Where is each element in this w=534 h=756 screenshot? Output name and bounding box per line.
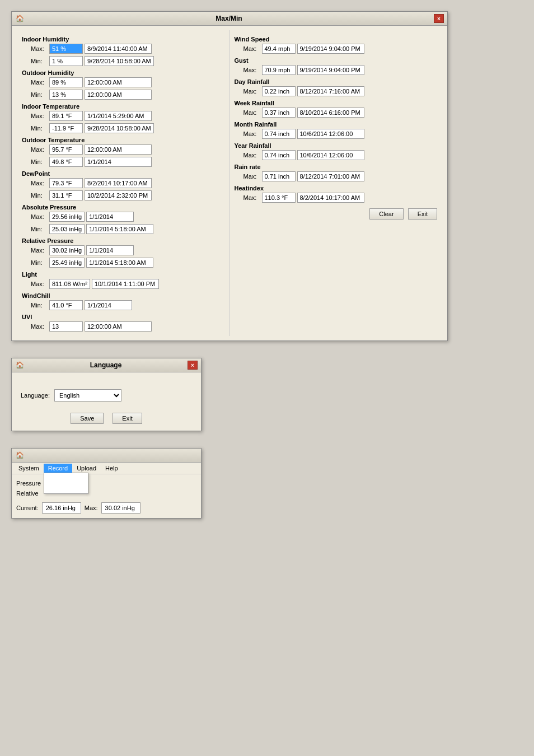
language-exit-btn[interactable]: Exit <box>113 413 142 424</box>
outdoor-humidity-max-date: 12:00:00 AM <box>85 77 152 87</box>
menubar: System Record History Graph Upload Help <box>12 463 201 474</box>
maxmin-icon: 🏠 <box>15 14 24 23</box>
indoor-humidity-min-val: 1 % <box>49 56 83 66</box>
abs-pressure-min-date: 1/1/2014 5:18:00 AM <box>86 224 153 234</box>
rel-pressure-max-val: 30.02 inHg <box>49 245 85 255</box>
record-history-item[interactable]: History <box>44 473 88 483</box>
maxmin-close-btn[interactable]: × <box>434 14 444 23</box>
maxmin-exit-btn[interactable]: Exit <box>408 208 437 220</box>
dewpoint-max-date: 8/2/2014 10:17:00 AM <box>85 178 152 188</box>
heatindex-max-row: Max: 110.3 °F 8/2/2014 10:17:00 AM <box>243 193 438 203</box>
day-rainfall-max-row: Max: 0.22 inch 8/12/2014 7:16:00 AM <box>243 86 438 96</box>
maxmin-title: Max/Min <box>24 15 434 22</box>
indoor-temp-max-date: 1/1/2014 5:29:00 AM <box>85 111 152 121</box>
month-rainfall-max-val: 0.74 inch <box>262 129 296 139</box>
current-max-row: Current: 26.16 inHg Max: 30.02 inHg <box>16 502 196 514</box>
menu-help[interactable]: Help <box>101 464 123 473</box>
abs-pressure-min-val: 25.03 inHg <box>49 224 85 234</box>
rel-pressure-min-val: 25.49 inHg <box>49 258 85 268</box>
abs-pressure-max-row: Max: 29.56 inHg 1/1/2014 <box>31 212 225 222</box>
month-rainfall-max-row: Max: 0.74 inch 10/6/2014 12:06:00 <box>243 129 438 139</box>
menu-system[interactable]: System <box>14 464 44 473</box>
indoor-humidity-max-date: 8/9/2014 11:40:00 AM <box>85 44 152 54</box>
light-max-date: 10/1/2014 1:11:00 PM <box>92 279 159 289</box>
light-max-val: 811.08 W/m² <box>49 279 90 289</box>
page-wrapper: 🏠 Max/Min × Indoor Humidity Max: 51 % 8/… <box>0 0 534 756</box>
dewpoint-min-val: 31.1 °F <box>49 190 83 200</box>
section-rain-rate: Rain rate <box>235 164 438 170</box>
rel-pressure-max-row: Max: 30.02 inHg 1/1/2014 <box>31 245 225 255</box>
maxmin-btn-row: Clear Exit <box>235 205 438 221</box>
section-rel-pressure: Relative Pressure <box>22 237 225 244</box>
uvi-max-date: 12:00:00 AM <box>85 321 152 332</box>
section-windchill: WindChill <box>22 292 225 299</box>
outdoor-temp-min-val: 49.8 °F <box>49 157 83 167</box>
heatindex-max-val: 110.3 °F <box>262 193 296 203</box>
year-rainfall-max-row: Max: 0.74 inch 10/6/2014 12:06:00 <box>243 150 438 160</box>
wind-speed-max-row: Max: 49.4 mph 9/19/2014 9:04:00 PM <box>243 44 438 54</box>
outdoor-humidity-min-val: 13 % <box>49 90 83 100</box>
maxmin-window: 🏠 Max/Min × Indoor Humidity Max: 51 % 8/… <box>11 11 448 341</box>
week-rainfall-max-row: Max: 0.37 inch 8/10/2014 6:16:00 PM <box>243 108 438 118</box>
rel-pressure-min-row: Min: 25.49 inHg 1/1/2014 5:18:00 AM <box>31 258 225 268</box>
week-rainfall-max-val: 0.37 inch <box>262 108 296 118</box>
outdoor-temp-min-date: 1/1/2014 <box>85 157 152 167</box>
record-dropdown: History Graph <box>44 473 88 494</box>
maxmin-body: Indoor Humidity Max: 51 % 8/9/2014 11:40… <box>12 26 447 340</box>
gust-max-row: Max: 70.9 mph 9/19/2014 9:04:00 PM <box>243 65 438 75</box>
outdoor-humidity-min-row: Min: 13 % 12:00:00 AM <box>31 90 225 100</box>
week-rainfall-max-date: 8/10/2014 6:16:00 PM <box>297 108 364 118</box>
language-body: Language: English French German Spanish … <box>12 372 201 431</box>
section-light: Light <box>22 271 225 278</box>
record-graph-item[interactable]: Graph <box>44 483 88 493</box>
section-abs-pressure: Absolute Pressure <box>22 204 225 211</box>
rain-rate-max-val: 0.71 inch <box>262 171 296 181</box>
day-rainfall-max-val: 0.22 inch <box>262 86 296 96</box>
maxmin-clear-btn[interactable]: Clear <box>369 208 403 220</box>
section-heatindex: Heatindex <box>235 185 438 192</box>
section-wind-speed: Wind Speed <box>235 36 438 43</box>
menu-upload[interactable]: Upload <box>72 464 101 473</box>
maxmin-left-col: Indoor Humidity Max: 51 % 8/9/2014 11:40… <box>17 30 229 336</box>
year-rainfall-max-date: 10/6/2014 12:06:00 <box>297 150 364 160</box>
indoor-humidity-min-date: 9/28/2014 10:58:00 AM <box>85 56 154 66</box>
rel-pressure-max-date: 1/1/2014 <box>86 245 134 255</box>
current-val: 26.16 inHg <box>42 502 81 514</box>
menu-record[interactable]: Record History Graph <box>44 464 72 473</box>
language-title: Language <box>24 361 188 369</box>
current-label: Current: <box>16 505 39 511</box>
year-rainfall-max-val: 0.74 inch <box>262 150 296 160</box>
rain-rate-max-row: Max: 0.71 inch 8/12/2014 7:01:00 AM <box>243 171 438 181</box>
abs-pressure-max-val: 29.56 inHg <box>49 212 85 222</box>
day-rainfall-max-date: 8/12/2014 7:16:00 AM <box>297 86 364 96</box>
section-uvi: UVI <box>22 314 225 320</box>
section-indoor-humidity: Indoor Humidity <box>22 36 225 43</box>
menu-icon: 🏠 <box>15 451 24 460</box>
gust-max-val: 70.9 mph <box>262 65 296 75</box>
outdoor-temp-min-row: Min: 49.8 °F 1/1/2014 <box>31 157 225 167</box>
outdoor-temp-max-row: Max: 95.7 °F 12:00:00 AM <box>31 144 225 155</box>
month-rainfall-max-date: 10/6/2014 12:06:00 <box>297 129 364 139</box>
indoor-temp-max-val: 89.1 °F <box>49 111 83 121</box>
max-val: 30.02 inHg <box>101 502 140 514</box>
language-select[interactable]: English French German Spanish <box>54 389 121 402</box>
dewpoint-min-date: 10/2/2014 2:32:00 PM <box>85 190 152 200</box>
light-max-row: Max: 811.08 W/m² 10/1/2014 1:11:00 PM <box>31 279 225 289</box>
section-gust: Gust <box>235 57 438 64</box>
indoor-temp-min-row: Min: -11.9 °F 9/28/2014 10:58:00 AM <box>31 123 225 133</box>
outdoor-temp-max-val: 95.7 °F <box>49 144 83 155</box>
section-month-rainfall: Month Rainfall <box>235 121 438 128</box>
language-close-btn[interactable]: × <box>188 361 198 370</box>
maxmin-right-col: Wind Speed Max: 49.4 mph 9/19/2014 9:04:… <box>229 30 442 336</box>
outdoor-humidity-min-date: 12:00:00 AM <box>85 90 152 100</box>
dewpoint-min-row: Min: 31.1 °F 10/2/2014 2:32:00 PM <box>31 190 225 200</box>
windchill-min-date: 1/1/2014 <box>85 300 132 310</box>
menu-window: 🏠 System Record History Graph Upload Hel… <box>11 448 202 519</box>
indoor-humidity-max-val: 51 % <box>49 44 83 54</box>
abs-pressure-max-date: 1/1/2014 <box>86 212 134 222</box>
section-outdoor-temp: Outdoor Temperature <box>22 137 225 143</box>
language-save-btn[interactable]: Save <box>71 413 104 424</box>
outdoor-humidity-max-val: 89 % <box>49 77 83 87</box>
section-day-rainfall: Day Rainfall <box>235 78 438 85</box>
dewpoint-max-row: Max: 79.3 °F 8/2/2014 10:17:00 AM <box>31 178 225 188</box>
